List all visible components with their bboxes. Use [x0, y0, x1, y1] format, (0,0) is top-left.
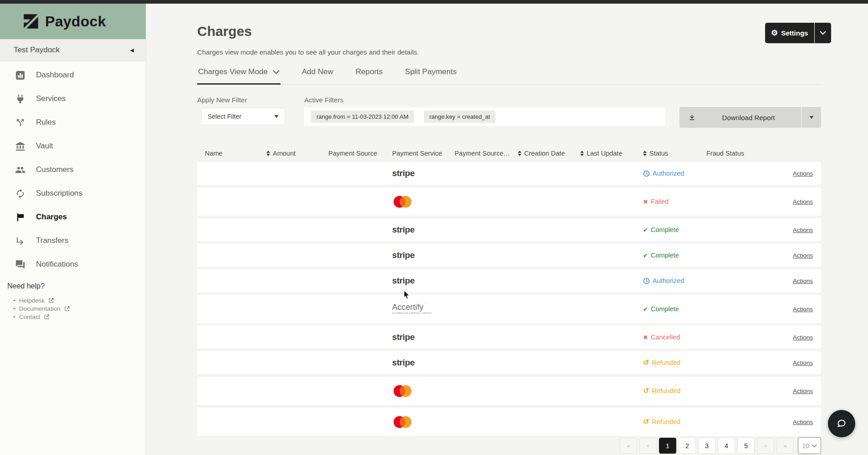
sidebar-item-vault[interactable]: Vault	[0, 134, 146, 158]
pagination-page-5[interactable]: 5	[737, 438, 755, 454]
tab-add-new[interactable]: Add New	[301, 66, 334, 85]
sidebar-collapse-icon[interactable]: ◀	[130, 47, 134, 53]
column-label: Amount	[273, 150, 296, 157]
chevron-down-icon	[812, 444, 817, 448]
cell-actions: Actions	[793, 198, 821, 205]
sidebar-item-services[interactable]: Services	[0, 87, 146, 111]
cell-status: Authorized	[643, 170, 706, 177]
stripe-logo: stripe	[392, 225, 414, 234]
sort-icon	[518, 151, 521, 156]
sidebar-item-rules[interactable]: Rules	[0, 111, 146, 134]
table-body: stripe Authorized Actions ✖Failed Action…	[197, 162, 821, 436]
chevron-down-icon	[274, 115, 279, 118]
cell-status: ↺Refunded	[643, 359, 706, 366]
actions-link[interactable]: Actions	[793, 419, 813, 425]
check-icon: ✔	[643, 253, 648, 258]
table-row[interactable]: stripe ↺Refunded Actions	[197, 351, 821, 374]
tab-label: Charges View Mode	[198, 67, 268, 76]
sidebar-item-subscriptions[interactable]: Subscriptions	[0, 182, 146, 205]
actions-link[interactable]: Actions	[793, 334, 813, 341]
settings-button[interactable]: ⚙ Settings	[765, 23, 831, 43]
rules-icon	[15, 117, 26, 128]
mastercard-logo	[392, 195, 454, 208]
download-report-button[interactable]: Download Report	[679, 107, 821, 128]
stripe-logo: stripe	[392, 250, 414, 260]
filter-chip[interactable]: range.from = 11-03-2023 12:00 AM	[311, 111, 414, 123]
tab-label: Split Payments	[405, 67, 456, 76]
sidebar-item-transfers[interactable]: Transfers	[0, 229, 146, 253]
account-name: Test Paydock	[14, 46, 60, 55]
chevron-down-icon	[273, 70, 280, 74]
sidebar-item-label: Rules	[36, 118, 56, 127]
settings-dropdown-button[interactable]	[815, 23, 831, 43]
pagination-first-button[interactable]: «	[620, 438, 637, 454]
pagination-next-button[interactable]: ›	[757, 438, 774, 454]
table-row[interactable]: stripe ✔Complete Actions	[197, 218, 821, 241]
actions-link[interactable]: Actions	[793, 227, 813, 233]
table-row[interactable]: Accertify✳ An American Express Company ✔…	[197, 295, 821, 323]
table-row[interactable]: stripe Authorized Actions	[197, 269, 821, 292]
table-row[interactable]: stripe Authorized Actions	[197, 162, 821, 185]
sidebar-item-customers[interactable]: Customers	[0, 158, 146, 182]
pagination-page-3[interactable]: 3	[698, 438, 715, 454]
notifications-icon	[15, 259, 26, 270]
cell-status: ✔Complete	[643, 226, 706, 233]
tab-reports[interactable]: Reports	[355, 66, 384, 85]
account-selector[interactable]: Test Paydock ◀	[0, 39, 146, 61]
filter-chip[interactable]: range.key = created_at	[424, 111, 495, 123]
cell-actions: Actions	[793, 226, 821, 233]
actions-link[interactable]: Actions	[793, 359, 813, 366]
column-label: Payment Service	[392, 150, 442, 157]
cell-status: ✖Failed	[643, 198, 706, 205]
table-row[interactable]: stripe ✔Complete Actions	[197, 244, 821, 267]
page-size-value: 10	[802, 442, 809, 450]
page-subtitle: Charges view mode enables you to see all…	[197, 48, 419, 56]
sidebar-item-label: Dashboard	[36, 71, 74, 80]
help-link-helpdesk[interactable]: • Helpdesk	[13, 297, 70, 304]
sidebar-item-label: Transfers	[36, 236, 68, 245]
cell-status: ✖Cancelled	[643, 334, 706, 341]
services-icon	[15, 94, 26, 104]
settings-label: Settings	[781, 29, 808, 37]
help-link-contact[interactable]: • Contact	[13, 313, 70, 320]
transfers-icon	[15, 236, 26, 246]
column-header-payment-source: Payment Source…	[454, 150, 518, 157]
tab-charges-view-mode[interactable]: Charges View Mode	[197, 66, 281, 85]
pagination-last-button[interactable]: »	[776, 438, 794, 454]
download-dropdown-button[interactable]	[802, 107, 821, 128]
actions-link[interactable]: Actions	[793, 252, 813, 259]
actions-link[interactable]: Actions	[793, 170, 813, 177]
pagination-page-2[interactable]: 2	[679, 438, 696, 454]
sidebar: Paydock Test Paydock ◀ Dashboard Service…	[0, 4, 146, 455]
actions-link[interactable]: Actions	[793, 306, 813, 313]
page-size-select[interactable]: 10	[798, 437, 821, 454]
sidebar-item-notifications[interactable]: Notifications	[0, 253, 146, 276]
dashboard-icon	[15, 70, 26, 81]
cell-payment-service	[392, 415, 454, 429]
charges-table: Name Amount Payment Source Payment Servi…	[197, 145, 821, 439]
tab-split-payments[interactable]: Split Payments	[404, 66, 457, 85]
filter-select[interactable]: Select Filter	[202, 108, 285, 125]
actions-link[interactable]: Actions	[793, 198, 813, 205]
column-header-amount[interactable]: Amount	[266, 150, 328, 157]
column-header-status[interactable]: Status	[643, 150, 706, 157]
actions-link[interactable]: Actions	[793, 278, 813, 284]
pagination-page-4[interactable]: 4	[718, 438, 735, 454]
cell-status: ✔Complete	[643, 305, 706, 313]
table-row[interactable]: ↺Refunded Actions	[197, 408, 821, 436]
table-row[interactable]: stripe ✖Cancelled Actions	[197, 326, 821, 349]
column-header-last-update[interactable]: Last Update	[580, 150, 643, 157]
brand-logo[interactable]: Paydock	[0, 4, 146, 39]
pagination-page-1[interactable]: 1	[659, 438, 676, 454]
sidebar-item-charges[interactable]: Charges	[0, 205, 146, 229]
sidebar-item-dashboard[interactable]: Dashboard	[0, 63, 146, 87]
sidebar-item-label: Subscriptions	[36, 189, 82, 198]
table-row[interactable]: ✖Failed Actions	[197, 187, 821, 216]
column-header-creation-date[interactable]: Creation Date	[518, 150, 580, 157]
help-beacon-button[interactable]	[828, 410, 855, 437]
help-link-documentation[interactable]: • Documentation	[13, 305, 70, 312]
actions-link[interactable]: Actions	[793, 388, 813, 394]
pagination-prev-button[interactable]: ‹	[639, 438, 657, 454]
table-row[interactable]: ↺Refunded Actions	[197, 377, 821, 405]
tab-bar: Charges View Mode Add New Reports Split …	[197, 66, 821, 85]
